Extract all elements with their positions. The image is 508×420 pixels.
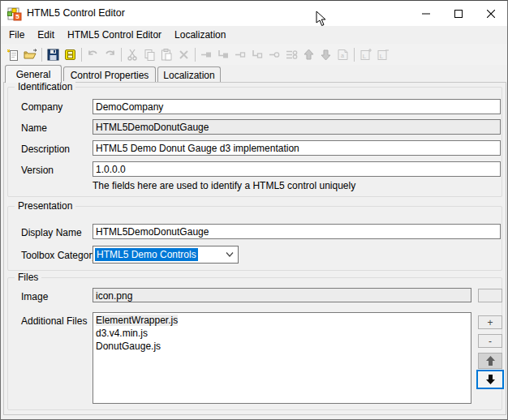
anchor-filled-icon[interactable] bbox=[215, 46, 232, 63]
toolbar-separator bbox=[41, 48, 42, 62]
export-icon[interactable]: a bbox=[334, 46, 351, 63]
redo-icon[interactable] bbox=[101, 46, 118, 63]
identification-note: The fields here are used to identify a H… bbox=[93, 180, 355, 191]
delete-icon[interactable] bbox=[175, 46, 192, 63]
app-icon: 5 bbox=[7, 6, 22, 21]
svg-text:5: 5 bbox=[15, 13, 19, 20]
anchor-hollow-icon[interactable] bbox=[249, 46, 266, 63]
list-item-text: DonutGauge.js bbox=[96, 341, 161, 352]
chevron-down-icon bbox=[226, 251, 234, 258]
list-item-text: ElementWrapper.js bbox=[96, 315, 178, 326]
menu-edit[interactable]: Edit bbox=[31, 27, 61, 43]
titlebar[interactable]: 5 HTML5 Control Editor bbox=[1, 1, 507, 26]
description-field[interactable]: HTML5 Demo Donut Gauge d3 implementation bbox=[93, 140, 501, 156]
menu-html5-control-editor[interactable]: HTML5 Control Editor bbox=[61, 27, 168, 43]
minimize-button[interactable] bbox=[410, 1, 442, 26]
remove-locale-icon[interactable]: L bbox=[374, 46, 391, 63]
toolbar-separator bbox=[81, 48, 82, 62]
display-name-field[interactable]: HTML5DemoDonutGauge bbox=[93, 224, 501, 239]
move-file-up-button[interactable] bbox=[478, 353, 502, 369]
open-icon[interactable] bbox=[22, 46, 39, 63]
name-field[interactable]: HTML5DemoDonutGauge bbox=[93, 119, 501, 135]
company-field[interactable]: DemoCompany bbox=[93, 99, 501, 114]
close-icon bbox=[487, 10, 495, 18]
display-name-label: Display Name bbox=[21, 227, 82, 238]
image-field[interactable]: icon.png bbox=[93, 288, 471, 302]
mouse-cursor bbox=[316, 11, 327, 27]
arrow-up-icon bbox=[486, 356, 495, 366]
move-up-icon[interactable] bbox=[300, 46, 317, 63]
description-label: Description bbox=[21, 144, 70, 155]
cut-icon[interactable] bbox=[124, 46, 141, 63]
toolbar-separator bbox=[121, 48, 122, 62]
copy-icon[interactable] bbox=[141, 46, 158, 63]
close-button[interactable] bbox=[475, 1, 507, 26]
version-label: Version bbox=[21, 165, 54, 176]
move-file-down-button[interactable] bbox=[476, 370, 504, 389]
toolbar-separator bbox=[354, 48, 355, 62]
minimize-icon bbox=[422, 10, 430, 18]
list-item-text: d3.v4.min.js bbox=[96, 328, 148, 339]
menu-localization[interactable]: Localization bbox=[168, 27, 232, 43]
app-window: 5 HTML5 Control Editor File Edit HTML5 C… bbox=[0, 0, 508, 420]
tab-localization[interactable]: Localization bbox=[157, 66, 221, 83]
maximize-icon bbox=[454, 10, 463, 18]
undo-icon[interactable] bbox=[84, 46, 101, 63]
additional-files-label: Additional Files bbox=[21, 315, 87, 327]
link-circle-icon[interactable] bbox=[266, 46, 283, 63]
arrow-down-icon bbox=[486, 375, 495, 384]
list-item[interactable]: d3.v4.min.js bbox=[93, 327, 471, 340]
new-icon[interactable] bbox=[5, 46, 22, 63]
list-item[interactable]: DonutGauge.js bbox=[93, 340, 471, 353]
link-filled-icon[interactable] bbox=[198, 46, 215, 63]
toolbox-category-value: HTML5 Demo Controls bbox=[95, 248, 198, 261]
deploy-icon[interactable] bbox=[62, 46, 79, 63]
toolbox-category-label: Toolbox Category bbox=[21, 250, 97, 261]
image-label: Image bbox=[21, 291, 48, 302]
presentation-group-title: Presentation bbox=[15, 200, 75, 212]
files-group-title: Files bbox=[15, 272, 41, 283]
name-label: Name bbox=[21, 122, 47, 134]
maximize-button[interactable] bbox=[442, 1, 475, 26]
window-title: HTML5 Control Editor bbox=[27, 7, 125, 19]
tab-general[interactable]: General bbox=[5, 65, 62, 83]
remove-file-button[interactable]: - bbox=[478, 334, 502, 348]
save-icon[interactable] bbox=[45, 46, 62, 63]
menu-file[interactable]: File bbox=[2, 27, 31, 43]
identification-group-title: Identification bbox=[15, 81, 75, 92]
add-file-button[interactable]: + bbox=[478, 315, 502, 329]
image-browse-button[interactable] bbox=[478, 289, 502, 302]
company-label: Company bbox=[21, 101, 62, 113]
svg-text:L: L bbox=[363, 52, 367, 59]
properties-icon[interactable] bbox=[283, 46, 300, 63]
svg-text:a: a bbox=[341, 53, 344, 58]
list-item[interactable]: ElementWrapper.js bbox=[93, 314, 471, 327]
toolbar: a L L bbox=[1, 44, 507, 65]
tab-strip: General Control Properties Localization bbox=[3, 65, 506, 83]
svg-text:L: L bbox=[380, 52, 384, 59]
paste-icon[interactable] bbox=[158, 46, 175, 63]
add-locale-icon[interactable]: L bbox=[357, 46, 374, 63]
additional-files-listbox[interactable]: ElementWrapper.js d3.v4.min.js DonutGaug… bbox=[93, 312, 471, 404]
version-field[interactable]: 1.0.0.0 bbox=[93, 161, 501, 177]
move-down-icon[interactable] bbox=[317, 46, 334, 63]
menu-bar: File Edit HTML5 Control Editor Localizat… bbox=[1, 26, 507, 44]
tab-control-properties[interactable]: Control Properties bbox=[63, 66, 156, 83]
link-hollow-icon[interactable] bbox=[232, 46, 249, 63]
toolbar-separator bbox=[195, 48, 196, 62]
toolbox-category-combobox[interactable]: HTML5 Demo Controls bbox=[93, 246, 239, 264]
